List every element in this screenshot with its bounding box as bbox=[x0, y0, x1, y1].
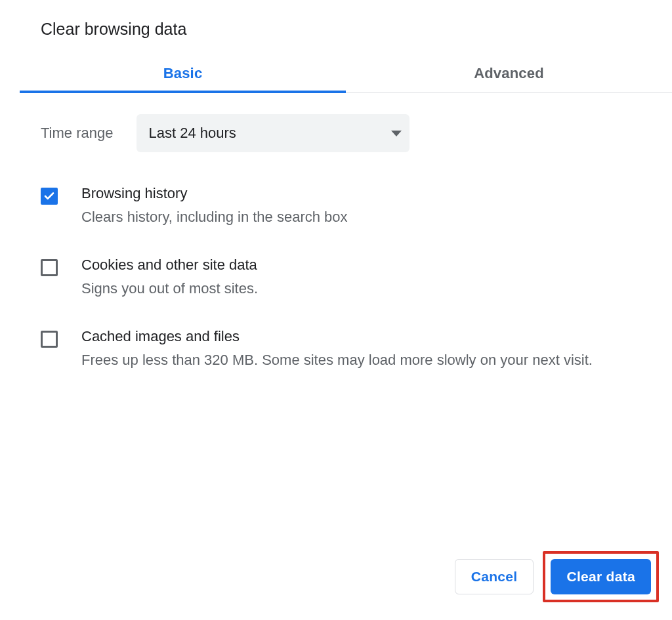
checkmark-icon bbox=[43, 190, 55, 202]
time-range-value: Last 24 hours bbox=[148, 125, 236, 142]
cancel-button[interactable]: Cancel bbox=[455, 559, 534, 594]
clear-data-button[interactable]: Clear data bbox=[551, 559, 651, 594]
tab-advanced[interactable]: Advanced bbox=[346, 58, 672, 93]
option-description: Frees up less than 320 MB. Some sites ma… bbox=[81, 349, 593, 371]
options-list: Browsing history Clears history, includi… bbox=[0, 152, 672, 371]
time-range-select[interactable]: Last 24 hours bbox=[136, 114, 410, 152]
checkbox-browsing-history[interactable] bbox=[41, 188, 58, 205]
option-description: Signs you out of most sites. bbox=[81, 278, 258, 299]
option-cookies: Cookies and other site data Signs you ou… bbox=[41, 257, 643, 299]
option-title: Browsing history bbox=[81, 185, 348, 202]
option-title: Cookies and other site data bbox=[81, 257, 258, 274]
clear-browsing-data-dialog: Clear browsing data Basic Advanced Time … bbox=[0, 0, 672, 371]
time-range-label: Time range bbox=[41, 125, 113, 142]
tab-bar: Basic Advanced bbox=[20, 58, 672, 93]
option-browsing-history: Browsing history Clears history, includi… bbox=[41, 185, 643, 228]
clear-data-highlight: Clear data bbox=[543, 551, 659, 602]
option-description: Clears history, including in the search … bbox=[81, 206, 348, 228]
chevron-down-icon bbox=[391, 131, 402, 136]
tab-basic[interactable]: Basic bbox=[20, 58, 346, 93]
option-title: Cached images and files bbox=[81, 328, 593, 345]
dialog-title: Clear browsing data bbox=[0, 20, 672, 58]
option-cached: Cached images and files Frees up less th… bbox=[41, 328, 643, 371]
dialog-footer: Cancel Clear data bbox=[455, 551, 659, 602]
checkbox-cookies[interactable] bbox=[41, 259, 58, 276]
time-range-row: Time range Last 24 hours bbox=[0, 93, 672, 152]
checkbox-cached[interactable] bbox=[41, 331, 58, 348]
